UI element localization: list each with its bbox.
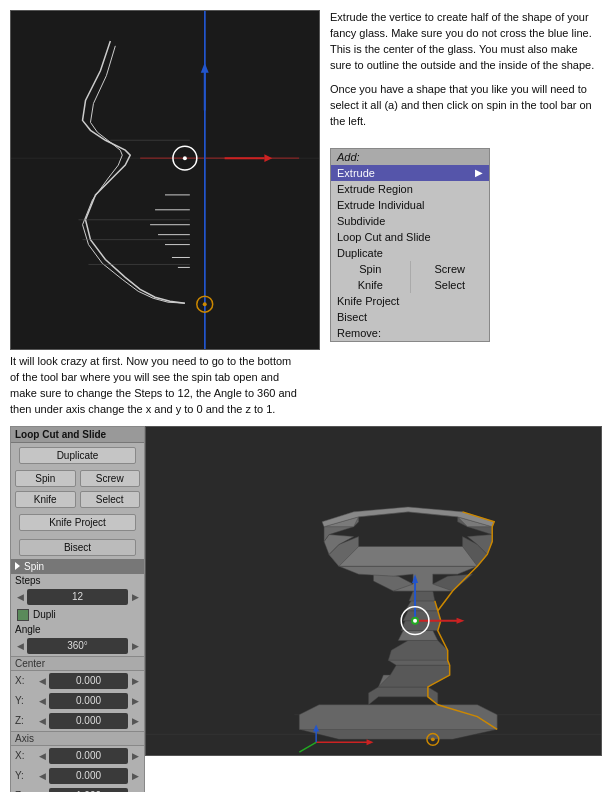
center-z-right[interactable]: ▶: [130, 716, 140, 726]
btn-knife[interactable]: Knife: [15, 491, 76, 508]
axis-y-right[interactable]: ▶: [130, 771, 140, 781]
axis-y-input[interactable]: 0.000: [49, 768, 128, 784]
svg-marker-36: [398, 630, 438, 640]
center-x-input[interactable]: 0.000: [49, 673, 128, 689]
svg-marker-40: [409, 591, 435, 601]
dupli-checkbox-row: Dupli: [11, 607, 144, 623]
steps-arrow-right[interactable]: ▶: [130, 592, 140, 602]
svg-point-10: [183, 156, 187, 160]
center-z-label: Z:: [15, 715, 35, 726]
menu-screw[interactable]: Screw: [411, 261, 490, 277]
axis-x-label: X:: [15, 750, 35, 761]
right-panel: Extrude the vertice to create half of th…: [330, 10, 602, 350]
dupli-checkbox[interactable]: [17, 609, 29, 621]
menu-row-spin-screw: Spin Screw: [331, 261, 489, 277]
caption-top: It will look crazy at first. Now you nee…: [0, 350, 310, 422]
axis-y-row: Y: ◀ 0.000 ▶: [11, 766, 144, 786]
btn-bisect[interactable]: Bisect: [19, 539, 136, 556]
center-z-row: Z: ◀ 0.000 ▶: [11, 711, 144, 731]
desc-para-2: Once you have a shape that you like you …: [330, 82, 602, 130]
svg-point-60: [413, 618, 417, 622]
btn-duplicate[interactable]: Duplicate: [19, 447, 136, 464]
spin-label: Spin: [24, 561, 44, 572]
axis-x-left[interactable]: ◀: [37, 751, 47, 761]
btn-select[interactable]: Select: [80, 491, 141, 508]
viewport-top: [10, 10, 320, 350]
center-label: Center: [11, 656, 144, 671]
axis-z-row: Z: ◀ 1.000 ▶: [11, 786, 144, 792]
steps-input[interactable]: 12: [27, 589, 128, 605]
svg-marker-30: [299, 705, 497, 730]
axis-z-input[interactable]: 1.000: [49, 788, 128, 792]
center-y-label: Y:: [15, 695, 35, 706]
center-z-left[interactable]: ◀: [37, 716, 47, 726]
center-y-left[interactable]: ◀: [37, 696, 47, 706]
center-x-row: X: ◀ 0.000 ▶: [11, 671, 144, 691]
menu-extrude-region[interactable]: Extrude Region: [331, 181, 489, 197]
glass-outline-svg: [11, 11, 319, 349]
viewport-bottom: [145, 426, 602, 756]
steps-field-row: ◀ 12 ▶: [11, 587, 144, 607]
angle-input[interactable]: 360°: [27, 638, 128, 654]
spin-header: Spin: [11, 559, 144, 574]
center-x-right[interactable]: ▶: [130, 676, 140, 686]
btn-knife-project[interactable]: Knife Project: [19, 514, 136, 531]
menu-add[interactable]: Add:: [331, 149, 489, 165]
center-x-left[interactable]: ◀: [37, 676, 47, 686]
angle-arrow-left[interactable]: ◀: [15, 641, 25, 651]
axis-x-input[interactable]: 0.000: [49, 748, 128, 764]
bottom-section: Loop Cut and Slide Duplicate Spin Screw …: [0, 426, 612, 792]
steps-arrow-left[interactable]: ◀: [15, 592, 25, 602]
toolbar-row-spin-screw: Spin Screw: [11, 468, 144, 489]
toolbar-row-knife-select: Knife Select: [11, 489, 144, 510]
page: Extrude the vertice to create half of th…: [0, 0, 612, 792]
menu-select[interactable]: Select: [411, 277, 490, 293]
svg-marker-39: [405, 601, 438, 611]
menu-subdivide[interactable]: Subdivide: [331, 213, 489, 229]
btn-spin[interactable]: Spin: [15, 470, 76, 487]
svg-point-16: [203, 302, 207, 306]
center-x-label: X:: [15, 675, 35, 686]
menu-extrude-individual[interactable]: Extrude Individual: [331, 197, 489, 213]
axis-y-left[interactable]: ◀: [37, 771, 47, 781]
svg-marker-38: [403, 611, 441, 621]
angle-field-row: ◀ 360° ▶: [11, 636, 144, 656]
axis-x-row: X: ◀ 0.000 ▶: [11, 746, 144, 766]
menu-bisect[interactable]: Bisect: [331, 309, 489, 325]
menu-spin[interactable]: Spin: [331, 261, 411, 277]
svg-marker-37: [401, 620, 441, 630]
center-y-right[interactable]: ▶: [130, 696, 140, 706]
btn-screw[interactable]: Screw: [80, 470, 141, 487]
axis-y-label: Y:: [15, 770, 35, 781]
angle-label: Angle: [11, 623, 144, 636]
dupli-label: Dupli: [33, 609, 56, 620]
blender-menu: Add: Extrude ▶ Extrude Region Extrude In…: [330, 148, 490, 342]
axis-x-right[interactable]: ▶: [130, 751, 140, 761]
steps-label: Steps: [11, 574, 144, 587]
caption-text: It will look crazy at first. Now you nee…: [10, 355, 297, 415]
left-toolbar: Loop Cut and Slide Duplicate Spin Screw …: [10, 426, 145, 792]
top-section: Extrude the vertice to create half of th…: [0, 0, 612, 350]
svg-rect-0: [11, 11, 319, 349]
center-y-input[interactable]: 0.000: [49, 693, 128, 709]
menu-knife[interactable]: Knife: [331, 277, 411, 293]
spin-triangle-icon: [15, 562, 20, 570]
toolbar-header: Loop Cut and Slide: [11, 427, 144, 443]
goblet-3d-svg: [146, 427, 601, 755]
menu-duplicate[interactable]: Duplicate: [331, 245, 489, 261]
menu-extrude[interactable]: Extrude ▶: [331, 165, 489, 181]
menu-loop-cut[interactable]: Loop Cut and Slide: [331, 229, 489, 245]
axis-label: Axis: [11, 731, 144, 746]
menu-row-knife-select: Knife Select: [331, 277, 489, 293]
svg-point-67: [431, 737, 435, 741]
description-text: Extrude the vertice to create half of th…: [330, 10, 602, 138]
menu-knife-project[interactable]: Knife Project: [331, 293, 489, 309]
center-z-input[interactable]: 0.000: [49, 713, 128, 729]
extrude-arrow-icon: ▶: [475, 167, 483, 178]
angle-arrow-right[interactable]: ▶: [130, 641, 140, 651]
menu-remove[interactable]: Remove:: [331, 325, 489, 341]
desc-para-1: Extrude the vertice to create half of th…: [330, 10, 602, 74]
center-y-row: Y: ◀ 0.000 ▶: [11, 691, 144, 711]
